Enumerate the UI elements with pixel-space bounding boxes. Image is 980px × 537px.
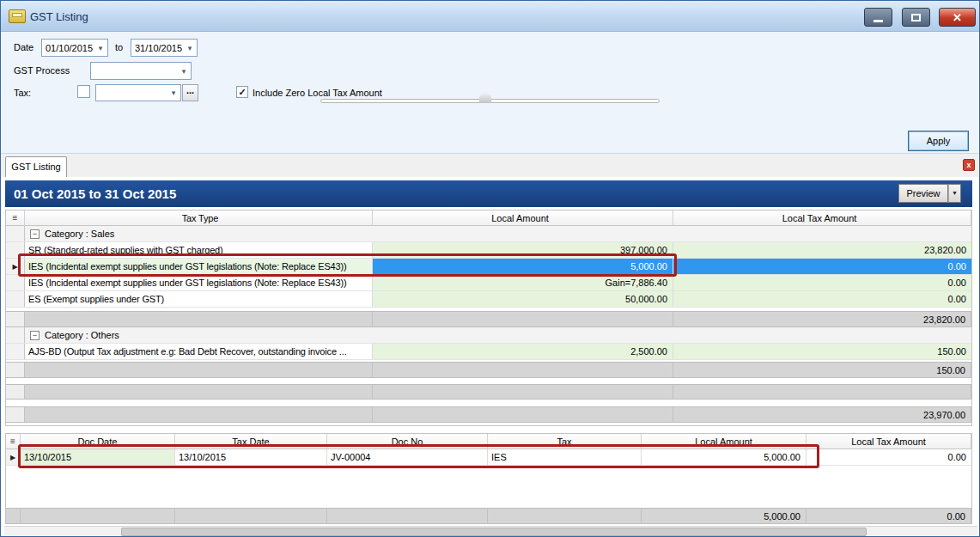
cell-tax-type[interactable]: IES (Incidental exempt supplies under GS… — [25, 259, 373, 274]
tab-close-button[interactable]: x — [963, 159, 975, 171]
row-indicator — [6, 362, 25, 378]
cell-local-amount[interactable]: Gain=7,886.40 — [373, 275, 673, 290]
row-indicator — [6, 327, 25, 343]
apply-button[interactable]: Apply — [908, 131, 969, 151]
cell-local-tax-amount[interactable]: 0.00 — [673, 291, 971, 307]
collapse-icon[interactable]: − — [30, 331, 40, 340]
column-chooser-icon: ≡ — [10, 436, 15, 446]
group-cell: − Category : Sales — [25, 226, 971, 241]
column-chooser-icon: ≡ — [13, 213, 18, 223]
date-label: Date — [14, 42, 33, 52]
minimize-icon — [873, 20, 883, 22]
subtotal-empty-cell — [25, 362, 373, 378]
chevron-down-icon: ▾ — [177, 67, 191, 76]
splitter-slider-thumb[interactable] — [479, 92, 491, 103]
chevron-down-icon: ▾ — [94, 44, 107, 52]
subtotal-empty-cell — [373, 362, 673, 378]
subtotal-empty-cell — [25, 311, 373, 327]
preview-button[interactable]: Preview — [898, 184, 948, 203]
column-header-doc-date[interactable]: Doc Date — [21, 434, 175, 449]
cell-tax-type[interactable]: IES (Incidental exempt supplies under GS… — [25, 275, 373, 290]
row-indicator — [6, 291, 25, 307]
cell-doc-no[interactable]: JV-00004 — [327, 449, 488, 465]
cell-tax-date[interactable]: 13/10/2015 — [175, 449, 327, 465]
date-to-combobox[interactable]: 31/10/2015 ▾ — [131, 39, 198, 57]
group-subtotal-row-sales: 23,820.00 — [6, 311, 971, 327]
total-empty-cell — [175, 508, 327, 524]
cell-local-tax-amount[interactable]: 0.00 — [673, 275, 971, 290]
cell-tax-type[interactable]: AJS-BD (Output Tax adjustment e.g: Bad D… — [25, 344, 373, 359]
column-chooser-button[interactable]: ≡ — [6, 434, 21, 449]
cell-local-amount[interactable]: 5,000.00 — [373, 259, 673, 274]
app-icon-detail — [12, 13, 22, 17]
group-label: Category : Sales — [45, 229, 114, 239]
row-indicator — [6, 508, 21, 524]
date-from-value: 01/10/2015 — [42, 43, 94, 53]
date-from-combobox[interactable]: 01/10/2015 ▾ — [41, 39, 108, 57]
tax-browse-button[interactable]: ... — [182, 84, 198, 101]
gst-process-label: GST Process — [14, 65, 70, 76]
table-row-ies-selected[interactable]: ▶ IES (Incidental exempt supplies under … — [6, 259, 971, 275]
table-row-ies-gain[interactable]: IES (Incidental exempt supplies under GS… — [6, 275, 971, 291]
maximize-icon — [911, 14, 921, 21]
total-local-amount: 5,000.00 — [642, 508, 807, 524]
column-header-tax-date[interactable]: Tax Date — [175, 434, 327, 449]
cell-local-tax-amount[interactable]: 0.00 — [807, 449, 971, 465]
column-header-local-tax-amount[interactable]: Local Tax Amount — [673, 211, 971, 226]
row-indicator — [6, 384, 25, 400]
grand-total-row: 23,970.00 — [6, 406, 971, 423]
maximize-button[interactable] — [902, 8, 930, 27]
cell-tax-type[interactable]: ES (Exempt supplies under GST) — [25, 291, 373, 307]
horizontal-scrollbar[interactable] — [4, 526, 977, 536]
band-empty-cell — [373, 384, 673, 400]
column-header-local-amount[interactable]: Local Amount — [373, 211, 673, 226]
row-indicator — [6, 406, 25, 423]
subtotal-local-tax-amount: 23,820.00 — [673, 311, 971, 327]
column-header-local-tax-amount[interactable]: Local Tax Amount — [807, 434, 971, 449]
include-zero-label[interactable]: Include Zero Local Tax Amount — [253, 88, 382, 98]
cell-local-tax-amount[interactable]: 0.00 — [673, 259, 971, 274]
chevron-down-icon: ▾ — [167, 88, 180, 97]
gst-process-combobox[interactable]: ▾ — [90, 62, 192, 80]
cell-local-amount[interactable]: 50,000.00 — [373, 291, 673, 307]
column-header-local-amount[interactable]: Local Amount — [642, 434, 807, 449]
cell-local-amount[interactable]: 2,500.00 — [373, 344, 673, 359]
report-header-bar: 01 Oct 2015 to 31 Oct 2015 Preview ▾ — [5, 180, 972, 207]
horizontal-scrollbar-thumb[interactable] — [121, 528, 867, 536]
column-chooser-button[interactable]: ≡ — [6, 211, 25, 226]
row-indicator — [6, 311, 25, 327]
minimize-button[interactable] — [864, 8, 892, 27]
titlebar: GST Listing ✕ — [1, 1, 979, 32]
cell-local-amount[interactable]: 5,000.00 — [642, 449, 807, 465]
cell-tax[interactable]: IES — [488, 449, 642, 465]
gst-listing-window: { "window": { "title": "GST Listing" }, … — [0, 0, 980, 537]
selected-row-arrow-icon: ▶ — [10, 454, 15, 461]
table-row-ajs-bd[interactable]: AJS-BD (Output Tax adjustment e.g: Bad D… — [6, 344, 971, 360]
column-header-doc-no[interactable]: Doc No — [327, 434, 488, 449]
detail-total-row: 5,000.00 0.00 — [6, 508, 971, 524]
grand-total-local-tax-amount: 23,970.00 — [673, 406, 971, 423]
preview-dropdown-button[interactable]: ▾ — [948, 184, 961, 203]
cell-local-tax-amount[interactable]: 150.00 — [673, 344, 971, 359]
tax-checkbox[interactable] — [77, 85, 90, 98]
cell-local-tax-amount[interactable]: 23,820.00 — [673, 242, 971, 258]
detail-header-row: ≡ Doc Date Tax Date Doc No Tax Local Amo… — [6, 434, 971, 449]
include-zero-checkbox[interactable]: ✓ — [236, 86, 248, 98]
collapse-icon[interactable]: − — [30, 229, 40, 239]
column-header-tax[interactable]: Tax — [488, 434, 642, 449]
total-empty-cell — [21, 508, 175, 524]
grand-total-empty-cell — [373, 406, 673, 423]
detail-table-row[interactable]: ▶ 13/10/2015 13/10/2015 JV-00004 IES 5,0… — [6, 449, 971, 466]
tab-gst-listing[interactable]: GST Listing — [5, 156, 67, 178]
row-indicator — [6, 344, 25, 359]
cell-doc-date[interactable]: 13/10/2015 — [21, 449, 175, 465]
table-row-sr[interactable]: SR (Standard-rated supplies with GST cha… — [6, 242, 971, 259]
gst-summary-grid: ≡ Tax Type Local Amount Local Tax Amount… — [5, 210, 972, 426]
close-button[interactable]: ✕ — [939, 8, 976, 27]
column-header-tax-type[interactable]: Tax Type — [25, 211, 373, 226]
total-local-tax-amount: 0.00 — [807, 508, 971, 524]
cell-local-amount[interactable]: 397,000.00 — [373, 242, 673, 258]
tax-combobox[interactable]: ▾ — [95, 84, 181, 101]
cell-tax-type[interactable]: SR (Standard-rated supplies with GST cha… — [25, 242, 373, 258]
table-row-es[interactable]: ES (Exempt supplies under GST) 50,000.00… — [6, 291, 971, 308]
